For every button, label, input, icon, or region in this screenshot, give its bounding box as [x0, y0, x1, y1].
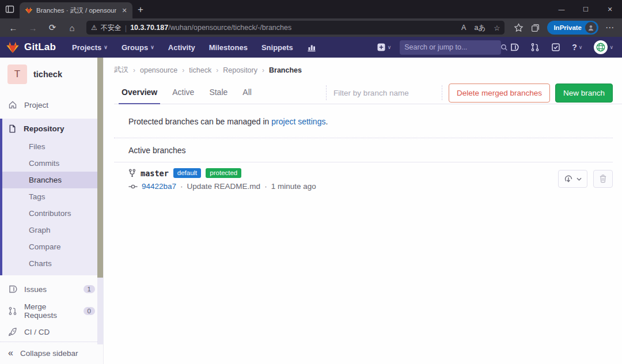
branches-tabs: Overview Active Stale All Delete merged … — [114, 82, 622, 104]
tab-all[interactable]: All — [235, 82, 259, 104]
branch-filter-input[interactable] — [328, 85, 441, 101]
nav-milestones-label: Milestones — [209, 43, 248, 52]
window-controls: — ☐ ✕ — [549, 0, 622, 18]
search-input[interactable] — [404, 43, 497, 51]
breadcrumb-item[interactable]: 武汉 — [114, 65, 128, 75]
user-avatar-globe-icon — [594, 40, 608, 54]
back-icon[interactable]: ← — [5, 20, 22, 35]
project-sidebar: T ticheck Project Repository Files Commi… — [0, 58, 104, 364]
chevron-down-icon — [577, 177, 582, 181]
default-badge: default — [173, 168, 202, 178]
main-content: 武汉 › opensource › ticheck › Repository ›… — [104, 58, 622, 364]
read-aloud-icon[interactable]: A — [461, 24, 466, 32]
tab-actions-menu-icon[interactable] — [0, 0, 20, 18]
collapse-sidebar-button[interactable]: « Collapse sidebar — [0, 342, 103, 364]
download-branch-button[interactable] — [558, 170, 587, 188]
tab-title: Branches · 武汉 / opensource / t — [36, 6, 116, 15]
sidebar-item-files[interactable]: Files — [2, 138, 103, 155]
tab-overview[interactable]: Overview — [114, 82, 165, 104]
sidebar-item-contributors[interactable]: Contributors — [2, 205, 103, 222]
delete-merged-branches-button[interactable]: Delete merged branches — [449, 84, 550, 103]
home-icon — [8, 100, 17, 109]
sidebar-item-project-label: Project — [24, 101, 95, 109]
issues-icon — [8, 285, 17, 294]
url-path: /wuhan/opensource/ticheck/-/branches — [168, 24, 291, 32]
commit-time: 1 minute ago — [271, 182, 316, 191]
sidebar-item-cicd[interactable]: CI / CD — [0, 323, 103, 342]
user-menu[interactable]: ∨ — [591, 38, 616, 56]
tab-stale[interactable]: Stale — [202, 82, 235, 104]
rocket-icon — [8, 328, 17, 337]
delete-branch-button[interactable] — [593, 170, 613, 188]
nav-activity[interactable]: Activity — [162, 40, 201, 55]
close-button[interactable]: ✕ — [598, 0, 622, 18]
nav-snippets[interactable]: Snippets — [256, 40, 299, 55]
site-security-chip[interactable]: ⚠ 不安全 — [91, 23, 122, 33]
browser-titlebar: Branches · 武汉 / opensource / t ✕ + — ☐ ✕ — [0, 0, 622, 18]
divider — [326, 85, 327, 100]
branch-name-link[interactable]: master — [141, 169, 169, 178]
sidebar-section-repository: Repository Files Commits Branches Tags C… — [0, 119, 103, 275]
chevron-down-icon: ∨ — [104, 44, 108, 50]
tab-close-icon[interactable]: ✕ — [120, 6, 129, 15]
sidebar-scrollbar-thumb[interactable] — [97, 58, 103, 278]
notice-suffix: . — [325, 117, 328, 126]
tab-active[interactable]: Active — [165, 82, 202, 104]
browser-tab[interactable]: Branches · 武汉 / opensource / t ✕ — [20, 2, 132, 18]
breadcrumb-item[interactable]: opensource — [140, 66, 177, 74]
help-menu[interactable]: ? ∨ — [569, 40, 585, 54]
sidebar-item-repository-label: Repository — [24, 124, 95, 133]
refresh-icon[interactable]: ⟳ — [44, 20, 61, 35]
nav-groups[interactable]: Groups ∨ — [116, 40, 160, 55]
breadcrumb-item[interactable]: ticheck — [189, 66, 211, 74]
sidebar-item-commits[interactable]: Commits — [2, 155, 103, 172]
gitlab-favicon — [25, 6, 33, 14]
address-bar[interactable]: ⚠ 不安全 | 10.3.70.187 /wuhan/opensource/ti… — [86, 21, 505, 35]
sidebar-scrollbar[interactable] — [97, 58, 103, 344]
maximize-button[interactable]: ☐ — [574, 0, 598, 18]
sidebar-item-cicd-label: CI / CD — [24, 328, 95, 336]
favorite-star-icon[interactable]: ☆ — [494, 24, 500, 32]
nav-milestones[interactable]: Milestones — [203, 40, 253, 55]
merge-requests-nav-icon[interactable] — [528, 40, 543, 54]
branch-row: master default protected 94422ba7 · Upda… — [114, 162, 622, 198]
sidebar-item-merge-requests[interactable]: Merge Requests 0 — [0, 301, 103, 321]
collections-icon[interactable] — [530, 23, 540, 33]
new-tab-button[interactable]: + — [132, 2, 149, 18]
home-icon[interactable]: ⌂ — [63, 20, 81, 35]
sidebar-item-issues[interactable]: Issues 1 — [0, 280, 103, 298]
project-settings-link[interactable]: project settings — [271, 117, 325, 126]
todos-nav-icon[interactable] — [548, 40, 563, 54]
sidebar-item-compare[interactable]: Compare — [2, 238, 103, 255]
settings-more-icon[interactable]: ⋯ — [605, 22, 614, 33]
merge-request-icon — [8, 306, 17, 316]
sidebar-item-branches[interactable]: Branches — [2, 172, 103, 188]
active-branches-heading: Active branches — [114, 138, 613, 162]
nav-projects-label: Projects — [72, 43, 101, 52]
global-search[interactable] — [400, 40, 501, 55]
new-menu-button[interactable]: ∨ — [374, 40, 395, 54]
sidebar-item-project[interactable]: Project — [0, 96, 103, 114]
minimize-button[interactable]: — — [549, 0, 574, 18]
translate-icon[interactable]: aあ — [474, 23, 486, 33]
gitlab-logo-icon — [6, 40, 20, 54]
project-header[interactable]: T ticheck — [0, 58, 103, 92]
commit-sha-link[interactable]: 94422ba7 — [142, 182, 176, 191]
inprivate-badge[interactable]: InPrivate — [547, 21, 598, 35]
favorites-bar-icon[interactable] — [514, 23, 524, 33]
forward-icon[interactable]: → — [24, 20, 41, 35]
new-branch-button[interactable]: New branch — [555, 84, 613, 103]
nav-activity-label: Activity — [168, 43, 195, 52]
analytics-chart-icon[interactable] — [301, 39, 322, 55]
sidebar-item-repository[interactable]: Repository — [2, 119, 103, 138]
sidebar-item-tags[interactable]: Tags — [2, 188, 103, 205]
sidebar-item-charts[interactable]: Charts — [2, 255, 103, 272]
issues-nav-icon[interactable] — [507, 40, 522, 54]
nav-snippets-label: Snippets — [261, 43, 293, 52]
gitlab-brand[interactable]: GitLab — [6, 40, 56, 54]
nav-projects[interactable]: Projects ∨ — [66, 40, 113, 55]
sidebar-item-graph[interactable]: Graph — [2, 222, 103, 238]
breadcrumb-item[interactable]: Repository — [223, 66, 257, 74]
security-label: 不安全 — [101, 23, 122, 33]
protected-badge: protected — [206, 168, 241, 178]
